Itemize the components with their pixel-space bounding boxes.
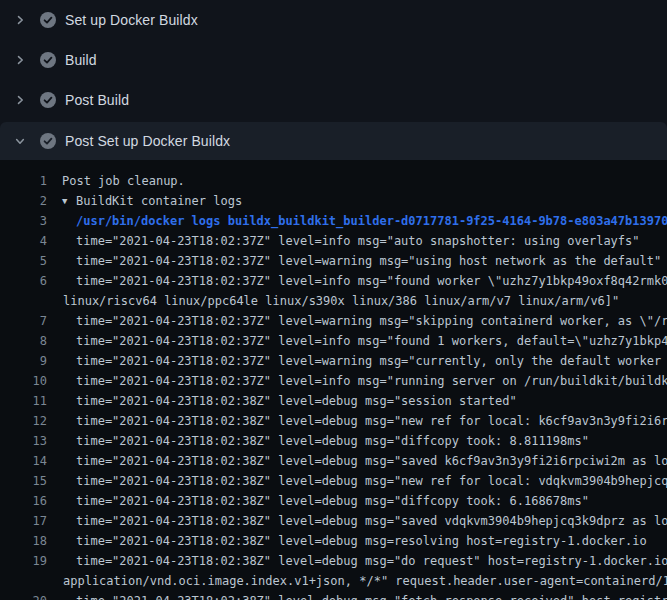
step-label: Post Set up Docker Buildx (65, 133, 230, 149)
log-line: 14time="2021-04-23T18:02:38Z" level=debu… (0, 451, 667, 471)
log-text: time="2021-04-23T18:02:37Z" level=warnin… (76, 251, 661, 271)
check-circle-icon (40, 52, 56, 68)
log-line-continuation: application/vnd.oci.image.index.v1+json,… (0, 571, 667, 591)
log-line: 13time="2021-04-23T18:02:38Z" level=debu… (0, 431, 667, 451)
log-text: Post job cleanup. (62, 171, 185, 191)
log-text: time="2021-04-23T18:02:38Z" level=debug … (76, 411, 667, 431)
log-line: 19time="2021-04-23T18:02:38Z" level=debu… (0, 551, 667, 571)
line-number[interactable]: 16 (0, 491, 47, 511)
log-text: time="2021-04-23T18:02:38Z" level=debug … (76, 391, 517, 411)
log-line: 1Post job cleanup. (0, 171, 667, 191)
log-text: application/vnd.oci.image.index.v1+json,… (63, 571, 667, 591)
line-number[interactable]: 14 (0, 451, 47, 471)
log-text: time="2021-04-23T18:02:37Z" level=info m… (76, 231, 640, 251)
log-line: 4time="2021-04-23T18:02:37Z" level=info … (0, 231, 667, 251)
line-number[interactable]: 1 (0, 171, 47, 191)
step-row-post-set-up-docker-buildx[interactable]: Post Set up Docker Buildx (0, 122, 667, 160)
chevron-right-icon (14, 94, 26, 106)
collapse-triangle-icon: ▼ (62, 191, 76, 211)
log-line: 3/usr/bin/docker logs buildx_buildkit_bu… (0, 211, 667, 231)
log-text: time="2021-04-23T18:02:37Z" level=warnin… (76, 311, 667, 331)
log-line: 18time="2021-04-23T18:02:38Z" level=debu… (0, 531, 667, 551)
log-text: time="2021-04-23T18:02:38Z" level=debug … (76, 531, 647, 551)
line-number[interactable]: 11 (0, 391, 47, 411)
log-line: 2▼BuildKit container logs (0, 191, 667, 211)
log-text: time="2021-04-23T18:02:37Z" level=warnin… (76, 351, 667, 371)
log-command-text: /usr/bin/docker logs buildx_buildkit_bui… (76, 211, 667, 231)
step-row-set-up-docker-buildx[interactable]: Set up Docker Buildx (0, 0, 667, 40)
line-number (0, 571, 47, 591)
log-text: time="2021-04-23T18:02:38Z" level=debug … (76, 551, 667, 571)
chevron-right-icon (14, 54, 26, 66)
log-text: linux/riscv64 linux/ppc64le linux/s390x … (63, 291, 619, 311)
step-label: Build (65, 52, 97, 68)
log-text: time="2021-04-23T18:02:38Z" level=debug … (76, 491, 589, 511)
log-lines: 1Post job cleanup.2▼BuildKit container l… (0, 160, 667, 600)
log-text: time="2021-04-23T18:02:37Z" level=info m… (76, 331, 667, 351)
line-number[interactable]: 6 (0, 271, 47, 291)
chevron-down-icon (14, 135, 26, 147)
line-number[interactable]: 19 (0, 551, 47, 571)
line-number[interactable]: 8 (0, 331, 47, 351)
steps-list: Set up Docker Buildx Build Post Build (0, 0, 667, 160)
log-text: time="2021-04-23T18:02:38Z" level=debug … (76, 471, 667, 491)
log-group-toggle[interactable]: ▼BuildKit container logs (62, 191, 242, 211)
check-circle-icon (40, 133, 56, 149)
step-label: Set up Docker Buildx (65, 12, 198, 28)
log-line: 17time="2021-04-23T18:02:38Z" level=debu… (0, 511, 667, 531)
log-line: 20time="2021-04-23T18:02:38Z" level=debu… (0, 591, 667, 600)
log-line: 7time="2021-04-23T18:02:37Z" level=warni… (0, 311, 667, 331)
actions-log-viewer: Set up Docker Buildx Build Post Build (0, 0, 667, 600)
line-number[interactable]: 20 (0, 591, 47, 600)
line-number[interactable]: 9 (0, 351, 47, 371)
log-line: 9time="2021-04-23T18:02:37Z" level=warni… (0, 351, 667, 371)
chevron-right-icon (14, 14, 26, 26)
log-text: time="2021-04-23T18:02:38Z" level=debug … (76, 451, 667, 471)
log-line: 12time="2021-04-23T18:02:38Z" level=debu… (0, 411, 667, 431)
line-number[interactable]: 18 (0, 531, 47, 551)
log-text: time="2021-04-23T18:02:37Z" level=info m… (76, 271, 667, 291)
step-label: Post Build (65, 92, 129, 108)
line-number[interactable]: 15 (0, 471, 47, 491)
log-line: 8time="2021-04-23T18:02:37Z" level=info … (0, 331, 667, 351)
line-number[interactable]: 5 (0, 251, 47, 271)
line-number[interactable]: 10 (0, 371, 47, 391)
step-row-post-build[interactable]: Post Build (0, 80, 667, 120)
log-line-continuation: linux/riscv64 linux/ppc64le linux/s390x … (0, 291, 667, 311)
log-line: 16time="2021-04-23T18:02:38Z" level=debu… (0, 491, 667, 511)
log-text: time="2021-04-23T18:02:38Z" level=debug … (76, 511, 667, 531)
line-number (0, 291, 47, 311)
check-circle-icon (40, 12, 56, 28)
log-line: 6time="2021-04-23T18:02:37Z" level=info … (0, 271, 667, 291)
line-number[interactable]: 7 (0, 311, 47, 331)
log-text: time="2021-04-23T18:02:37Z" level=info m… (76, 371, 667, 391)
log-line: 5time="2021-04-23T18:02:37Z" level=warni… (0, 251, 667, 271)
log-line: 10time="2021-04-23T18:02:37Z" level=info… (0, 371, 667, 391)
line-number[interactable]: 3 (0, 211, 47, 231)
log-line: 15time="2021-04-23T18:02:38Z" level=debu… (0, 471, 667, 491)
line-number[interactable]: 13 (0, 431, 47, 451)
step-row-build[interactable]: Build (0, 40, 667, 80)
log-text: time="2021-04-23T18:02:38Z" level=debug … (76, 591, 667, 600)
check-circle-icon (40, 92, 56, 108)
line-number[interactable]: 4 (0, 231, 47, 251)
line-number[interactable]: 12 (0, 411, 47, 431)
line-number[interactable]: 2 (0, 191, 47, 211)
log-text: time="2021-04-23T18:02:38Z" level=debug … (76, 431, 589, 451)
log-line: 11time="2021-04-23T18:02:38Z" level=debu… (0, 391, 667, 411)
line-number[interactable]: 17 (0, 511, 47, 531)
